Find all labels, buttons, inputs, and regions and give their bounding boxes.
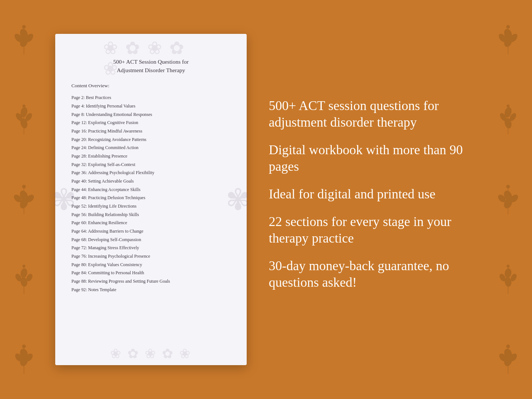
svg-point-47: [506, 185, 510, 188]
svg-point-53: [507, 265, 510, 268]
toc-item: Page 8: Understanding Emotional Response…: [71, 110, 230, 119]
doc-left-ornament: ✾: [52, 183, 76, 217]
toc-item: Page 12: Exploring Cognitive Fusion: [71, 119, 230, 127]
svg-point-41: [507, 105, 510, 107]
toc-item: Page 28: Establishing Presence: [71, 152, 230, 160]
toc-item: Page 56: Building Relationship Skills: [71, 211, 230, 219]
toc-item: Page 48: Practicing Defusion Techniques: [71, 194, 230, 202]
feature-text: Digital workbook with more than 90 pages: [269, 142, 469, 175]
toc-item: Page 2: Best Practices: [71, 94, 230, 102]
svg-point-23: [22, 265, 25, 268]
table-of-contents: Page 2: Best PracticesPage 4: Identifyin…: [71, 94, 230, 294]
feature-text: 22 sections for every stage in your ther…: [269, 213, 469, 247]
svg-point-49: [504, 268, 512, 278]
document-preview: ❀ ✿ ❀ ✿ ❀ ✾ ✾ 500+ ACT Session Questions…: [55, 34, 247, 365]
toc-item: Page 76: Increasing Psychological Presen…: [71, 252, 230, 261]
main-content: ❀ ✿ ❀ ✿ ❀ ✾ ✾ 500+ ACT Session Questions…: [0, 0, 532, 399]
toc-item: Page 52: Identifying Life Directions: [71, 202, 230, 211]
svg-point-11: [22, 105, 25, 107]
svg-point-17: [22, 185, 26, 188]
toc-item: Page 24: Defining Committed Action: [71, 144, 230, 152]
toc-item: Page 40: Setting Achievable Goals: [71, 177, 230, 186]
feature-item-4: 30-day money-back guarantee, no question…: [269, 258, 469, 291]
svg-point-35: [506, 25, 510, 29]
feature-text: 500+ ACT session questions for adjustmen…: [269, 98, 469, 131]
feature-text: 30-day money-back guarantee, no question…: [269, 258, 469, 291]
doc-top-decoration: ❀ ✿ ❀ ✿ ❀: [103, 38, 199, 79]
feature-text: Ideal for digital and printed use: [269, 186, 469, 202]
toc-item: Page 36: Addressing Psychological Flexib…: [71, 169, 230, 177]
toc-item: Page 32: Exploring Self-as-Context: [71, 160, 230, 169]
content-overview-label: Content Overview:: [71, 83, 230, 89]
toc-item: Page 72: Managing Stress Effectively: [71, 244, 230, 253]
toc-item: Page 92: Notes Template: [71, 286, 230, 294]
toc-item: Page 20: Recognizing Avoidance Patterns: [71, 135, 230, 144]
toc-item: Page 16: Practicing Mindful Awareness: [71, 127, 230, 135]
feature-item-0: 500+ ACT session questions for adjustmen…: [269, 98, 469, 131]
svg-point-19: [20, 268, 28, 278]
svg-point-59: [506, 345, 510, 348]
right-panel: 500+ ACT session questions for adjustmen…: [269, 98, 477, 302]
toc-item: Page 88: Reviewing Progress and Setting …: [71, 277, 230, 286]
toc-item: Page 4: Identifying Personal Values: [71, 102, 230, 110]
floral-border-left: [0, 0, 48, 399]
svg-point-29: [22, 345, 26, 348]
toc-item: Page 64: Addressing Barriers to Change: [71, 227, 230, 236]
toc-item: Page 84: Committing to Personal Health: [71, 269, 230, 278]
svg-point-5: [22, 25, 26, 29]
toc-item: Page 60: Enhancing Resilience: [71, 219, 230, 227]
feature-item-3: 22 sections for every stage in your ther…: [269, 213, 469, 247]
feature-item-2: Ideal for digital and printed use: [269, 186, 469, 202]
toc-item: Page 80: Exploring Values Consistency: [71, 261, 230, 269]
floral-border-right: [484, 0, 532, 399]
doc-bottom-decoration: ❀ ✿ ❀ ✿ ❀: [110, 346, 192, 361]
toc-item: Page 68: Developing Self-Compassion: [71, 236, 230, 244]
toc-item: Page 44: Enhancing Acceptance Skills: [71, 186, 230, 194]
feature-item-1: Digital workbook with more than 90 pages: [269, 142, 469, 175]
doc-right-ornament: ✾: [226, 183, 250, 217]
